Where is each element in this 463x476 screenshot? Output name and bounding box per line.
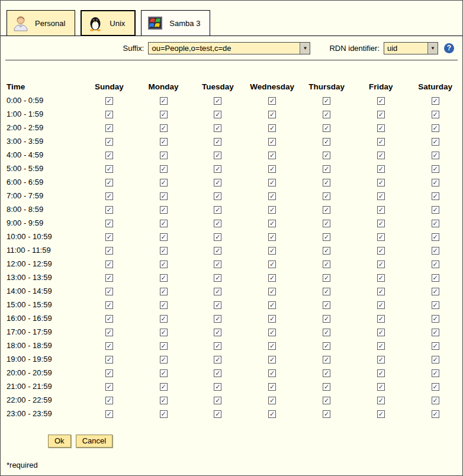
hour-checkbox[interactable]: ✓ bbox=[377, 206, 385, 214]
hour-checkbox[interactable]: ✓ bbox=[432, 329, 439, 336]
hour-checkbox[interactable]: ✓ bbox=[160, 369, 168, 377]
hour-checkbox[interactable]: ✓ bbox=[377, 288, 385, 295]
hour-checkbox[interactable]: ✓ bbox=[432, 111, 439, 118]
hour-checkbox[interactable]: ✓ bbox=[323, 274, 330, 282]
hour-checkbox[interactable]: ✓ bbox=[432, 288, 439, 295]
hour-checkbox[interactable]: ✓ bbox=[268, 138, 276, 146]
hour-checkbox[interactable]: ✓ bbox=[214, 397, 221, 404]
hour-checkbox[interactable]: ✓ bbox=[323, 329, 330, 336]
hour-checkbox[interactable]: ✓ bbox=[323, 315, 330, 323]
hour-checkbox[interactable]: ✓ bbox=[323, 397, 330, 404]
hour-checkbox[interactable]: ✓ bbox=[268, 397, 276, 404]
hour-checkbox[interactable]: ✓ bbox=[160, 233, 168, 241]
hour-checkbox[interactable]: ✓ bbox=[268, 301, 276, 309]
hour-checkbox[interactable]: ✓ bbox=[268, 152, 276, 159]
hour-checkbox[interactable]: ✓ bbox=[432, 247, 439, 255]
hour-checkbox[interactable]: ✓ bbox=[268, 165, 276, 173]
hour-checkbox[interactable]: ✓ bbox=[377, 97, 385, 105]
hour-checkbox[interactable]: ✓ bbox=[377, 356, 385, 364]
hour-checkbox[interactable]: ✓ bbox=[214, 165, 221, 173]
hour-checkbox[interactable]: ✓ bbox=[105, 206, 113, 214]
hour-checkbox[interactable]: ✓ bbox=[432, 274, 439, 282]
hour-checkbox[interactable]: ✓ bbox=[323, 165, 330, 173]
hour-checkbox[interactable]: ✓ bbox=[105, 111, 113, 118]
hour-checkbox[interactable]: ✓ bbox=[160, 97, 168, 105]
suffix-select[interactable]: ou=People,o=test,c=de ▼ bbox=[148, 42, 310, 54]
hour-checkbox[interactable]: ✓ bbox=[214, 97, 221, 105]
hour-checkbox[interactable]: ✓ bbox=[268, 111, 276, 118]
hour-checkbox[interactable]: ✓ bbox=[268, 342, 276, 350]
hour-checkbox[interactable]: ✓ bbox=[105, 356, 113, 364]
hour-checkbox[interactable]: ✓ bbox=[214, 220, 221, 227]
hour-checkbox[interactable]: ✓ bbox=[377, 138, 385, 146]
help-icon[interactable]: ? bbox=[444, 43, 454, 53]
hour-checkbox[interactable]: ✓ bbox=[323, 356, 330, 364]
hour-checkbox[interactable]: ✓ bbox=[323, 192, 330, 200]
hour-checkbox[interactable]: ✓ bbox=[377, 247, 385, 255]
hour-checkbox[interactable]: ✓ bbox=[105, 274, 113, 282]
hour-checkbox[interactable]: ✓ bbox=[432, 356, 439, 364]
hour-checkbox[interactable]: ✓ bbox=[160, 301, 168, 309]
hour-checkbox[interactable]: ✓ bbox=[323, 111, 330, 118]
hour-checkbox[interactable]: ✓ bbox=[160, 220, 168, 227]
hour-checkbox[interactable]: ✓ bbox=[432, 369, 439, 377]
hour-checkbox[interactable]: ✓ bbox=[105, 233, 113, 241]
hour-checkbox[interactable]: ✓ bbox=[160, 260, 168, 268]
hour-checkbox[interactable]: ✓ bbox=[214, 274, 221, 282]
hour-checkbox[interactable]: ✓ bbox=[214, 329, 221, 336]
hour-checkbox[interactable]: ✓ bbox=[432, 410, 439, 418]
hour-checkbox[interactable]: ✓ bbox=[160, 397, 168, 404]
hour-checkbox[interactable]: ✓ bbox=[160, 124, 168, 132]
hour-checkbox[interactable]: ✓ bbox=[377, 315, 385, 323]
hour-checkbox[interactable]: ✓ bbox=[214, 383, 221, 391]
hour-checkbox[interactable]: ✓ bbox=[105, 383, 113, 391]
hour-checkbox[interactable]: ✓ bbox=[214, 315, 221, 323]
hour-checkbox[interactable]: ✓ bbox=[268, 383, 276, 391]
hour-checkbox[interactable]: ✓ bbox=[268, 410, 276, 418]
hour-checkbox[interactable]: ✓ bbox=[105, 410, 113, 418]
hour-checkbox[interactable]: ✓ bbox=[105, 138, 113, 146]
hour-checkbox[interactable]: ✓ bbox=[268, 369, 276, 377]
hour-checkbox[interactable]: ✓ bbox=[323, 124, 330, 132]
hour-checkbox[interactable]: ✓ bbox=[377, 397, 385, 404]
hour-checkbox[interactable]: ✓ bbox=[432, 233, 439, 241]
hour-checkbox[interactable]: ✓ bbox=[377, 410, 385, 418]
hour-checkbox[interactable]: ✓ bbox=[214, 233, 221, 241]
hour-checkbox[interactable]: ✓ bbox=[105, 220, 113, 227]
hour-checkbox[interactable]: ✓ bbox=[214, 288, 221, 295]
hour-checkbox[interactable]: ✓ bbox=[268, 356, 276, 364]
hour-checkbox[interactable]: ✓ bbox=[268, 260, 276, 268]
hour-checkbox[interactable]: ✓ bbox=[377, 220, 385, 227]
hour-checkbox[interactable]: ✓ bbox=[323, 179, 330, 186]
hour-checkbox[interactable]: ✓ bbox=[105, 124, 113, 132]
hour-checkbox[interactable]: ✓ bbox=[214, 342, 221, 350]
hour-checkbox[interactable]: ✓ bbox=[377, 274, 385, 282]
hour-checkbox[interactable]: ✓ bbox=[105, 152, 113, 159]
hour-checkbox[interactable]: ✓ bbox=[105, 165, 113, 173]
hour-checkbox[interactable]: ✓ bbox=[377, 111, 385, 118]
hour-checkbox[interactable]: ✓ bbox=[323, 152, 330, 159]
hour-checkbox[interactable]: ✓ bbox=[214, 301, 221, 309]
hour-checkbox[interactable]: ✓ bbox=[377, 301, 385, 309]
tab-personal[interactable]: Personal bbox=[7, 10, 75, 36]
hour-checkbox[interactable]: ✓ bbox=[323, 383, 330, 391]
hour-checkbox[interactable]: ✓ bbox=[377, 260, 385, 268]
hour-checkbox[interactable]: ✓ bbox=[105, 397, 113, 404]
hour-checkbox[interactable]: ✓ bbox=[323, 301, 330, 309]
hour-checkbox[interactable]: ✓ bbox=[432, 138, 439, 146]
hour-checkbox[interactable]: ✓ bbox=[377, 124, 385, 132]
hour-checkbox[interactable]: ✓ bbox=[432, 301, 439, 309]
hour-checkbox[interactable]: ✓ bbox=[160, 383, 168, 391]
hour-checkbox[interactable]: ✓ bbox=[432, 260, 439, 268]
hour-checkbox[interactable]: ✓ bbox=[268, 97, 276, 105]
hour-checkbox[interactable]: ✓ bbox=[160, 356, 168, 364]
hour-checkbox[interactable]: ✓ bbox=[105, 260, 113, 268]
hour-checkbox[interactable]: ✓ bbox=[214, 369, 221, 377]
hour-checkbox[interactable]: ✓ bbox=[268, 315, 276, 323]
hour-checkbox[interactable]: ✓ bbox=[323, 97, 330, 105]
hour-checkbox[interactable]: ✓ bbox=[323, 260, 330, 268]
hour-checkbox[interactable]: ✓ bbox=[432, 97, 439, 105]
hour-checkbox[interactable]: ✓ bbox=[160, 111, 168, 118]
hour-checkbox[interactable]: ✓ bbox=[268, 329, 276, 336]
hour-checkbox[interactable]: ✓ bbox=[160, 329, 168, 336]
